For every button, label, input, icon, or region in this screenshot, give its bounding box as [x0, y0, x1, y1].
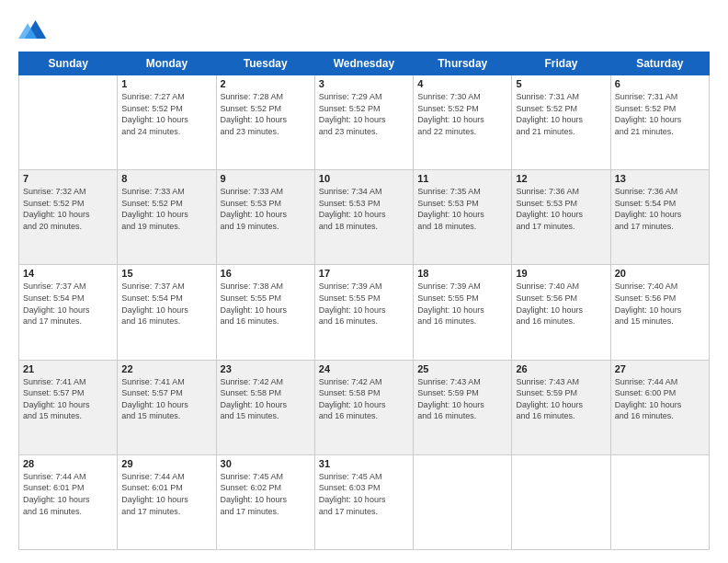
- day-number: 27: [615, 363, 705, 374]
- weekday-header-thursday: Thursday: [414, 52, 512, 75]
- day-info: Sunrise: 7:45 AM Sunset: 6:03 PM Dayligh…: [319, 471, 409, 517]
- calendar-table: SundayMondayTuesdayWednesdayThursdayFrid…: [18, 52, 710, 550]
- day-number: 4: [417, 78, 507, 89]
- day-info: Sunrise: 7:41 AM Sunset: 5:57 PM Dayligh…: [121, 376, 211, 422]
- day-info: Sunrise: 7:35 AM Sunset: 5:53 PM Dayligh…: [417, 186, 507, 232]
- weekday-header-tuesday: Tuesday: [216, 52, 314, 75]
- day-info: Sunrise: 7:44 AM Sunset: 6:01 PM Dayligh…: [121, 471, 211, 517]
- day-number: 3: [319, 78, 409, 89]
- day-info: Sunrise: 7:42 AM Sunset: 5:58 PM Dayligh…: [319, 376, 409, 422]
- calendar-cell: 26Sunrise: 7:43 AM Sunset: 5:59 PM Dayli…: [512, 360, 610, 454]
- calendar-cell: 7Sunrise: 7:32 AM Sunset: 5:52 PM Daylig…: [19, 170, 118, 265]
- calendar-cell: 20Sunrise: 7:40 AM Sunset: 5:56 PM Dayli…: [610, 265, 709, 360]
- calendar-week-row: 28Sunrise: 7:44 AM Sunset: 6:01 PM Dayli…: [19, 454, 710, 549]
- day-info: Sunrise: 7:42 AM Sunset: 5:58 PM Dayligh…: [221, 376, 311, 422]
- calendar-cell: 31Sunrise: 7:45 AM Sunset: 6:03 PM Dayli…: [314, 454, 413, 549]
- day-info: Sunrise: 7:43 AM Sunset: 5:59 PM Dayligh…: [516, 376, 606, 422]
- weekday-header-friday: Friday: [512, 52, 610, 75]
- day-number: 10: [319, 173, 409, 184]
- calendar-week-row: 7Sunrise: 7:32 AM Sunset: 5:52 PM Daylig…: [19, 170, 710, 265]
- day-number: 11: [417, 173, 507, 184]
- day-info: Sunrise: 7:44 AM Sunset: 6:01 PM Dayligh…: [23, 471, 113, 517]
- calendar-week-row: 14Sunrise: 7:37 AM Sunset: 5:54 PM Dayli…: [19, 265, 710, 360]
- day-info: Sunrise: 7:45 AM Sunset: 6:02 PM Dayligh…: [221, 471, 311, 517]
- day-info: Sunrise: 7:31 AM Sunset: 5:52 PM Dayligh…: [516, 91, 606, 137]
- calendar-cell: 28Sunrise: 7:44 AM Sunset: 6:01 PM Dayli…: [19, 454, 118, 549]
- calendar-cell: 17Sunrise: 7:39 AM Sunset: 5:55 PM Dayli…: [314, 265, 413, 360]
- day-number: 15: [121, 268, 211, 279]
- day-info: Sunrise: 7:32 AM Sunset: 5:52 PM Dayligh…: [23, 186, 113, 232]
- calendar-cell: 9Sunrise: 7:33 AM Sunset: 5:53 PM Daylig…: [216, 170, 314, 265]
- logo: [18, 17, 51, 42]
- day-info: Sunrise: 7:36 AM Sunset: 5:53 PM Dayligh…: [516, 186, 606, 232]
- day-info: Sunrise: 7:34 AM Sunset: 5:53 PM Dayligh…: [319, 186, 409, 232]
- calendar-cell: 18Sunrise: 7:39 AM Sunset: 5:55 PM Dayli…: [414, 265, 512, 360]
- day-number: 28: [23, 458, 113, 469]
- day-info: Sunrise: 7:37 AM Sunset: 5:54 PM Dayligh…: [23, 281, 113, 327]
- day-number: 14: [23, 268, 113, 279]
- calendar-cell: 15Sunrise: 7:37 AM Sunset: 5:54 PM Dayli…: [118, 265, 216, 360]
- calendar-week-row: 1Sunrise: 7:27 AM Sunset: 5:52 PM Daylig…: [19, 75, 710, 170]
- day-info: Sunrise: 7:33 AM Sunset: 5:53 PM Dayligh…: [221, 186, 311, 232]
- day-number: 2: [221, 78, 311, 89]
- day-info: Sunrise: 7:30 AM Sunset: 5:52 PM Dayligh…: [417, 91, 507, 137]
- day-number: 16: [221, 268, 311, 279]
- day-info: Sunrise: 7:31 AM Sunset: 5:52 PM Dayligh…: [615, 91, 705, 137]
- day-number: 20: [615, 268, 705, 279]
- day-number: 9: [221, 173, 311, 184]
- calendar-cell: [19, 75, 118, 170]
- day-number: 5: [516, 78, 606, 89]
- calendar-cell: [512, 454, 610, 549]
- calendar-cell: 29Sunrise: 7:44 AM Sunset: 6:01 PM Dayli…: [118, 454, 216, 549]
- day-number: 17: [319, 268, 409, 279]
- day-info: Sunrise: 7:44 AM Sunset: 6:00 PM Dayligh…: [615, 376, 705, 422]
- day-info: Sunrise: 7:37 AM Sunset: 5:54 PM Dayligh…: [121, 281, 211, 327]
- day-number: 23: [221, 363, 311, 374]
- day-info: Sunrise: 7:27 AM Sunset: 5:52 PM Dayligh…: [121, 91, 211, 137]
- calendar-cell: 27Sunrise: 7:44 AM Sunset: 6:00 PM Dayli…: [610, 360, 709, 454]
- calendar-cell: 16Sunrise: 7:38 AM Sunset: 5:55 PM Dayli…: [216, 265, 314, 360]
- calendar-cell: 22Sunrise: 7:41 AM Sunset: 5:57 PM Dayli…: [118, 360, 216, 454]
- day-info: Sunrise: 7:29 AM Sunset: 5:52 PM Dayligh…: [319, 91, 409, 137]
- weekday-header-row: SundayMondayTuesdayWednesdayThursdayFrid…: [19, 52, 710, 75]
- calendar-cell: 13Sunrise: 7:36 AM Sunset: 5:54 PM Dayli…: [610, 170, 709, 265]
- day-number: 21: [23, 363, 113, 374]
- logo-icon: [18, 17, 48, 42]
- day-number: 6: [615, 78, 705, 89]
- day-info: Sunrise: 7:39 AM Sunset: 5:55 PM Dayligh…: [319, 281, 409, 327]
- calendar-cell: 3Sunrise: 7:29 AM Sunset: 5:52 PM Daylig…: [314, 75, 413, 170]
- weekday-header-saturday: Saturday: [610, 52, 709, 75]
- calendar-cell: 5Sunrise: 7:31 AM Sunset: 5:52 PM Daylig…: [512, 75, 610, 170]
- day-number: 25: [417, 363, 507, 374]
- day-info: Sunrise: 7:28 AM Sunset: 5:52 PM Dayligh…: [221, 91, 311, 137]
- day-number: 7: [23, 173, 113, 184]
- calendar-cell: 4Sunrise: 7:30 AM Sunset: 5:52 PM Daylig…: [414, 75, 512, 170]
- day-number: 1: [121, 78, 211, 89]
- page: SundayMondayTuesdayWednesdayThursdayFrid…: [0, 0, 728, 563]
- day-number: 12: [516, 173, 606, 184]
- day-number: 8: [121, 173, 211, 184]
- calendar-cell: [610, 454, 709, 549]
- day-info: Sunrise: 7:41 AM Sunset: 5:57 PM Dayligh…: [23, 376, 113, 422]
- weekday-header-sunday: Sunday: [19, 52, 118, 75]
- day-info: Sunrise: 7:40 AM Sunset: 5:56 PM Dayligh…: [516, 281, 606, 327]
- weekday-header-monday: Monday: [118, 52, 216, 75]
- day-number: 26: [516, 363, 606, 374]
- calendar-cell: 21Sunrise: 7:41 AM Sunset: 5:57 PM Dayli…: [19, 360, 118, 454]
- day-number: 24: [319, 363, 409, 374]
- day-number: 31: [319, 458, 409, 469]
- calendar-cell: 11Sunrise: 7:35 AM Sunset: 5:53 PM Dayli…: [414, 170, 512, 265]
- day-info: Sunrise: 7:33 AM Sunset: 5:52 PM Dayligh…: [121, 186, 211, 232]
- calendar-cell: 24Sunrise: 7:42 AM Sunset: 5:58 PM Dayli…: [314, 360, 413, 454]
- calendar-cell: 25Sunrise: 7:43 AM Sunset: 5:59 PM Dayli…: [414, 360, 512, 454]
- day-info: Sunrise: 7:38 AM Sunset: 5:55 PM Dayligh…: [221, 281, 311, 327]
- calendar-cell: 10Sunrise: 7:34 AM Sunset: 5:53 PM Dayli…: [314, 170, 413, 265]
- day-number: 29: [121, 458, 211, 469]
- calendar-cell: [414, 454, 512, 549]
- calendar-cell: 30Sunrise: 7:45 AM Sunset: 6:02 PM Dayli…: [216, 454, 314, 549]
- calendar-cell: 2Sunrise: 7:28 AM Sunset: 5:52 PM Daylig…: [216, 75, 314, 170]
- day-number: 13: [615, 173, 705, 184]
- calendar-cell: 8Sunrise: 7:33 AM Sunset: 5:52 PM Daylig…: [118, 170, 216, 265]
- weekday-header-wednesday: Wednesday: [314, 52, 413, 75]
- day-info: Sunrise: 7:40 AM Sunset: 5:56 PM Dayligh…: [615, 281, 705, 327]
